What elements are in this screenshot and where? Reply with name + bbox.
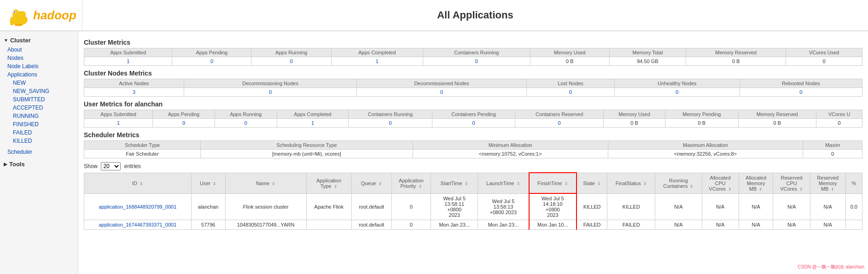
- sort-icon-apptype: ⇕: [334, 184, 338, 189]
- um-val-8: 0 B: [665, 119, 738, 128]
- um-val-3[interactable]: 1: [277, 119, 348, 128]
- sidebar-item-submitted[interactable]: SUBMITTED: [0, 95, 78, 104]
- sidebar-item-new-saving[interactable]: NEW_SAVING: [0, 87, 78, 95]
- app-alloccpu-1: N/A: [702, 220, 739, 230]
- at-header-running-containers[interactable]: RunningContainers ⇕: [655, 173, 702, 193]
- at-header-finishtime[interactable]: FinishTime ⇕: [529, 173, 577, 193]
- at-header-state[interactable]: State ⇕: [577, 173, 607, 193]
- at-header-launchtime[interactable]: LaunchTime ⇕: [478, 173, 529, 193]
- entries-select[interactable]: 10 20 25 50 100: [101, 162, 121, 170]
- sidebar-item-applications[interactable]: Applications: [0, 70, 78, 79]
- app-starttime-0: Wed Jul 5 13:58:11 +0800 2023: [431, 193, 478, 220]
- sidebar-item-running[interactable]: RUNNING: [0, 112, 78, 120]
- cm-val-4[interactable]: 0: [423, 57, 530, 66]
- entries-suffix: entries: [124, 163, 141, 169]
- page-title: All Applications: [437, 9, 513, 21]
- sort-icon-queue: ⇕: [379, 181, 382, 186]
- sidebar-item-scheduler[interactable]: Scheduler: [0, 148, 78, 156]
- cluster-section-header[interactable]: ▼ Cluster: [0, 35, 78, 46]
- app-finishtime-1: Mon Jan 10...: [529, 220, 577, 230]
- app-finishtime-0: Wed Jul 5 14:18:10 +0800 2023: [529, 193, 577, 220]
- app-id-1[interactable]: application_1674467393371_0001: [84, 220, 192, 230]
- cnm-header-1: Decommissioning Nodes: [184, 79, 356, 88]
- at-header-starttime[interactable]: StartTime ⇕: [431, 173, 478, 193]
- sidebar-item-nodes[interactable]: Nodes: [0, 54, 78, 62]
- app-running-1: N/A: [655, 220, 702, 230]
- sort-icon-user: ⇕: [213, 181, 216, 186]
- cm-val-3[interactable]: 1: [331, 57, 423, 66]
- sidebar-item-finished[interactable]: FINISHED: [0, 120, 78, 128]
- cm-header-2: Apps Running: [251, 48, 331, 57]
- app-priority-1: 0: [391, 220, 431, 230]
- at-header-pct[interactable]: %: [845, 173, 862, 193]
- svg-point-2: [12, 9, 19, 18]
- um-header-6: Containers Reserved: [515, 110, 604, 119]
- at-header-alloc-cpu[interactable]: AllocatedCPUVCores ⇕: [702, 173, 739, 193]
- um-header-7: Memory Used: [603, 110, 665, 119]
- sm-val-0: Fair Scheduler: [84, 150, 201, 158]
- sm-val-4: 0: [803, 150, 862, 158]
- sort-icon-finalstatus: ⇕: [643, 181, 647, 186]
- main-content: Cluster Metrics Apps Submitted Apps Pend…: [78, 31, 868, 274]
- at-header-user[interactable]: User ⇕: [191, 173, 225, 193]
- at-header-alloc-mem[interactable]: AllocatedMemoryMB ⇕: [739, 173, 773, 193]
- sidebar-item-killed[interactable]: KILLED: [0, 137, 78, 145]
- cnm-val-0[interactable]: 3: [84, 88, 184, 97]
- app-resmem-1: N/A: [810, 220, 845, 230]
- at-header-res-cpu[interactable]: ReservedCPUVCores ⇕: [773, 173, 810, 193]
- at-header-priority[interactable]: ApplicationPriority ⇕: [391, 173, 431, 193]
- um-val-6[interactable]: 0: [515, 119, 604, 128]
- sidebar-item-failed[interactable]: FAILED: [0, 128, 78, 137]
- cm-header-5: Memory Used: [530, 48, 609, 57]
- cluster-arrow-icon: ▼: [4, 38, 8, 43]
- at-header-name[interactable]: Name ⇕: [225, 173, 306, 193]
- sort-icon-id: ⇕: [140, 181, 143, 186]
- at-header-finalstatus[interactable]: FinalStatus ⇕: [607, 173, 655, 193]
- cnm-val-2[interactable]: 0: [357, 88, 527, 97]
- scheduler-metrics-table: Scheduler Type Scheduling Resource Type …: [84, 140, 862, 158]
- cnm-val-5[interactable]: 0: [740, 88, 862, 97]
- um-val-4[interactable]: 0: [349, 119, 432, 128]
- sort-icon-res-cpu: ⇕: [799, 187, 803, 192]
- um-val-2[interactable]: 0: [215, 119, 277, 128]
- hadoop-elephant-icon: [6, 4, 33, 27]
- cnm-val-1[interactable]: 0: [184, 88, 356, 97]
- app-rescpu-1: N/A: [773, 220, 810, 230]
- um-val-5[interactable]: 0: [432, 119, 515, 128]
- tools-section-header[interactable]: ▶ Tools: [0, 159, 78, 169]
- sort-icon-starttime: ⇕: [465, 181, 468, 186]
- cm-val-7: 0 B: [686, 57, 786, 66]
- at-header-res-mem[interactable]: ReservedMemoryMB ⇕: [810, 173, 845, 193]
- at-header-queue[interactable]: Queue ⇕: [351, 173, 391, 193]
- app-state-0: KILLED: [577, 193, 607, 220]
- cm-header-8: VCores Used: [786, 48, 862, 57]
- cm-val-0[interactable]: 1: [84, 57, 172, 66]
- cm-val-1[interactable]: 0: [172, 57, 251, 66]
- app-id-0[interactable]: application_1688448920799_0001: [84, 193, 192, 220]
- app-state-1: FAILED: [577, 220, 607, 230]
- svg-rect-7: [15, 24, 17, 26]
- sidebar-item-accepted[interactable]: ACCEPTED: [0, 104, 78, 112]
- cnm-val-4[interactable]: 0: [615, 88, 740, 97]
- sidebar-item-about[interactable]: About: [0, 46, 78, 54]
- app-finalstatus-0: KILLED: [607, 193, 655, 220]
- svg-rect-9: [17, 24, 20, 26]
- sm-header-4: Maxim: [803, 141, 862, 150]
- at-header-apptype[interactable]: ApplicationType ⇕: [306, 173, 351, 193]
- sort-icon-state: ⇕: [597, 181, 601, 186]
- cnm-val-3[interactable]: 0: [526, 88, 614, 97]
- app-pct-1: [845, 220, 862, 230]
- show-entries-row: Show 10 20 25 50 100 entries: [84, 162, 862, 170]
- sidebar-item-new[interactable]: NEW: [0, 79, 78, 87]
- at-header-id[interactable]: ID ⇕: [84, 173, 192, 193]
- sidebar-item-node-labels[interactable]: Node Labels: [0, 62, 78, 70]
- cm-val-2[interactable]: 0: [251, 57, 331, 66]
- app-rescpu-0: N/A: [773, 193, 810, 220]
- app-alloccpu-0: N/A: [702, 193, 739, 220]
- cnm-header-2: Decommissioned Nodes: [357, 79, 527, 88]
- cm-header-1: Apps Pending: [172, 48, 251, 57]
- um-val-1[interactable]: 0: [153, 119, 215, 128]
- um-val-0[interactable]: 1: [84, 119, 153, 128]
- sm-val-2: <memory:10752, vCores:1>: [413, 150, 608, 158]
- cluster-metrics-table: Apps Submitted Apps Pending Apps Running…: [84, 48, 862, 66]
